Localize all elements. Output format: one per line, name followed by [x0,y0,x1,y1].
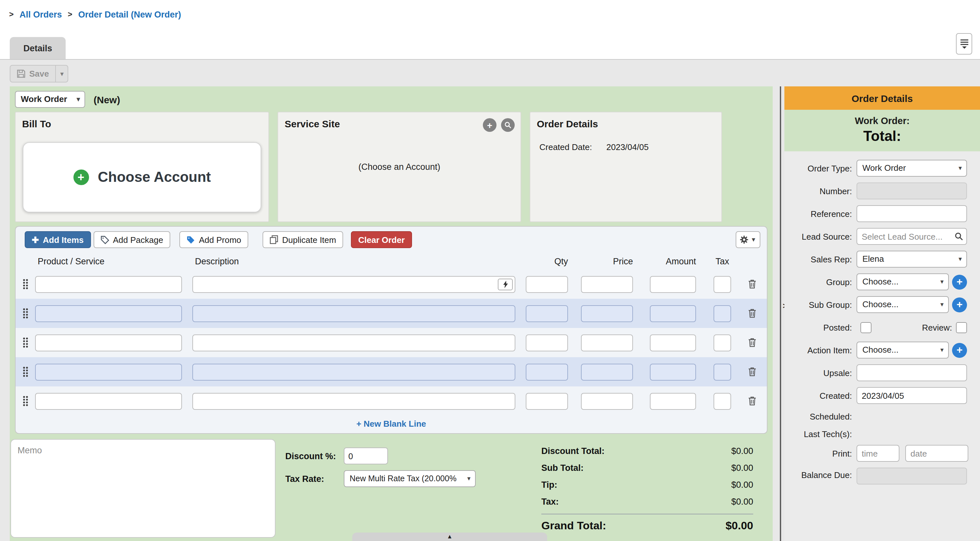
new-blank-line-link[interactable]: + New Blank Line [16,416,767,432]
product-service-input[interactable] [35,334,182,351]
reference-label: Reference: [787,209,852,219]
menu-caret-icon [959,38,969,50]
totals-summary: Discount Total:$0.00 Sub Total:$0.00 Tip… [541,439,753,538]
sub-group-select[interactable]: Choose... [856,296,949,313]
discount-total-label: Discount Total: [541,446,605,456]
delete-row-button[interactable] [748,338,756,347]
choose-account-button[interactable]: + Choose Account [23,142,261,213]
product-service-input[interactable] [35,276,182,293]
tax-input[interactable] [714,393,731,409]
header-price: Price [581,257,633,266]
add-package-button[interactable]: Add Package [94,231,170,248]
description-input[interactable] [192,334,515,351]
created-date-value: 2023/04/05 [606,142,649,152]
scheduled-label: Scheduled: [787,411,852,421]
balance-due-input [856,468,967,484]
table-settings-button[interactable]: ▼ [736,231,760,248]
tax-input[interactable] [714,363,731,380]
drag-handle-icon[interactable] [16,366,35,378]
amount-input[interactable] [650,305,696,322]
save-button[interactable]: Save ▼ [10,65,68,82]
created-label: Created: [787,391,852,400]
search-service-site-button[interactable] [501,118,515,132]
price-input[interactable] [581,363,633,380]
description-input[interactable] [192,393,515,409]
order-details-sidebar: Order Details Work Order: Total: Order T… [784,86,980,541]
add-items-button[interactable]: ✚Add Items [25,231,91,248]
posted-checkbox[interactable] [861,322,872,333]
delete-row-button[interactable] [748,279,756,289]
plus-circle-icon: + [73,170,89,185]
drag-handle-icon[interactable] [16,337,35,348]
description-input[interactable] [192,276,515,293]
gear-icon [740,235,749,244]
group-select[interactable]: Choose... [856,273,949,290]
add-action-item-button[interactable]: + [952,343,967,357]
price-input[interactable] [581,393,633,409]
created-input[interactable] [856,387,967,404]
amount-input[interactable] [650,393,696,409]
tax-input[interactable] [714,334,731,351]
price-input[interactable] [581,276,633,293]
upsale-input[interactable] [856,364,967,381]
header-description: Description [192,257,515,266]
amount-input[interactable] [650,363,696,380]
drag-handle-icon[interactable] [16,308,35,319]
sales-rep-select[interactable]: Elena [856,251,967,268]
tab-details[interactable]: Details [10,37,66,59]
choose-account-label: Choose Account [98,169,211,186]
price-input[interactable] [581,334,633,351]
tax-input[interactable] [714,276,731,293]
product-service-input[interactable] [35,305,182,322]
account-panels: Bill To + Choose Account Service Site + … [15,112,767,222]
print-date-input[interactable] [905,445,968,462]
print-time-input[interactable] [856,445,899,462]
breadcrumb-current[interactable]: Order Detail (New Order) [78,10,181,19]
tax-input[interactable] [714,305,731,322]
sidebar-order-type-select[interactable]: Work Order [856,160,967,177]
qty-input[interactable] [526,363,568,380]
clear-order-button[interactable]: Clear Order [351,231,412,248]
item-row [16,357,767,386]
review-checkbox[interactable] [956,322,967,333]
quick-fill-button[interactable] [498,278,513,290]
duplicate-item-button[interactable]: Duplicate Item [262,231,343,248]
breadcrumb-all-orders[interactable]: All Orders [19,10,62,19]
sales-rep-label: Sales Rep: [787,254,852,264]
drag-handle-icon[interactable] [16,395,35,406]
discount-input[interactable] [344,447,388,464]
product-service-input[interactable] [35,393,182,409]
delete-row-button[interactable] [748,367,756,377]
drag-handle-icon[interactable] [16,279,35,290]
add-group-button[interactable]: + [952,274,967,289]
amount-input[interactable] [650,334,696,351]
reference-input[interactable] [856,205,967,222]
description-input[interactable] [192,305,515,322]
lead-source-input[interactable] [856,228,967,245]
amount-input[interactable] [650,276,696,293]
qty-input[interactable] [526,305,568,322]
action-item-select[interactable]: Choose... [856,342,949,359]
panel-toggle-button[interactable] [956,33,972,54]
add-service-site-button[interactable]: + [483,118,496,132]
order-summary-section: Discount %: Tax Rate: New Multi Rate Tax… [10,439,770,538]
delete-row-button[interactable] [748,396,756,406]
item-row [16,328,767,357]
balance-due-label: Balance Due: [787,468,852,482]
order-type-select[interactable]: Work Order [15,91,85,108]
memo-textarea[interactable] [11,440,275,537]
search-lead-source-button[interactable] [955,232,963,241]
description-input[interactable] [192,363,515,380]
qty-input[interactable] [526,334,568,351]
product-service-input[interactable] [35,363,182,380]
add-promo-button[interactable]: Add Promo [179,231,248,248]
qty-input[interactable] [526,276,568,293]
bottom-drawer-handle[interactable]: ▲ [352,533,547,541]
tax-rate-select[interactable]: New Multi Rate Tax (20.000% [344,470,476,487]
qty-input[interactable] [526,393,568,409]
add-sub-group-button[interactable]: + [952,297,967,312]
price-input[interactable] [581,305,633,322]
delete-row-button[interactable] [748,308,756,318]
lightning-icon [503,280,508,288]
save-dropdown-toggle[interactable]: ▼ [56,66,68,82]
